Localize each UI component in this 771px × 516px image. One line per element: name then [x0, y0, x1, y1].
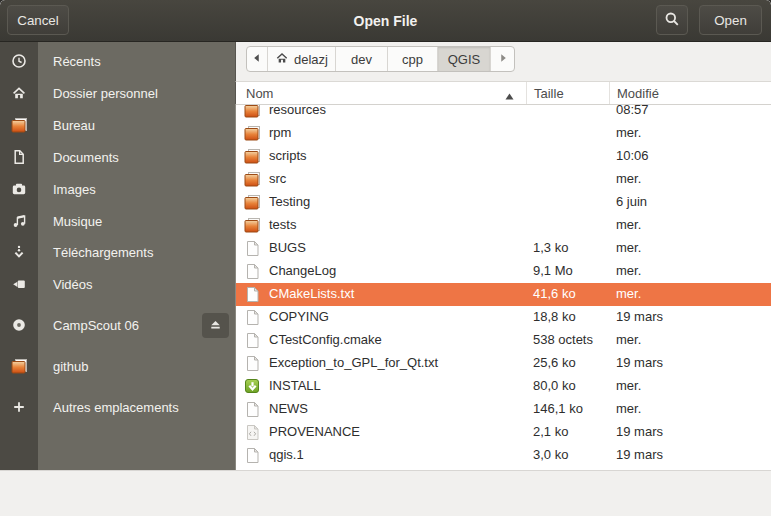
file-modified: mer. [616, 286, 641, 301]
file-size: 3,0 ko [533, 447, 568, 462]
path-segment-label: cpp [402, 52, 423, 67]
sidebar-item-label: Vidéos [53, 268, 93, 300]
file-modified: mer. [616, 217, 641, 232]
file-name: BUGS [269, 240, 306, 255]
file-modified: mer. [616, 263, 641, 278]
folder-icon [244, 194, 261, 211]
file-name: Exception_to_GPL_for_Qt.txt [269, 355, 438, 370]
path-segment-dev[interactable]: dev [335, 47, 387, 71]
folder-icon [11, 358, 27, 374]
search-icon [664, 11, 680, 30]
sidebar-item-label: github [53, 350, 88, 382]
file-list: resources08:57rpmmer.scripts10:06srcmer.… [235, 105, 771, 470]
table-row[interactable]: PROVENANCE2,1 ko19 mars [236, 421, 771, 444]
music-icon [11, 213, 27, 229]
plus-icon [11, 399, 27, 415]
table-row[interactable]: resources08:57 [236, 105, 771, 122]
header-bar: Cancel Open File Open [0, 0, 771, 42]
table-row[interactable]: Testing6 juin [236, 191, 771, 214]
sidebar-item-label: Bureau [53, 109, 95, 141]
file-size: 538 octets [533, 332, 593, 347]
document-icon [11, 149, 27, 165]
file-modified: mer. [616, 332, 641, 347]
file-name: qgis.1 [269, 447, 304, 462]
file-name: INSTALL [269, 378, 321, 393]
sidebar-item-bureau[interactable]: Bureau [0, 109, 235, 141]
install-icon [244, 378, 261, 395]
column-header-size[interactable]: Taille [534, 82, 564, 105]
column-divider [609, 82, 610, 104]
table-row[interactable]: CMakeLists.txt41,6 komer. [236, 283, 771, 306]
path-forward-button[interactable] [490, 47, 514, 71]
table-row[interactable]: COPYING18,8 ko19 mars [236, 306, 771, 329]
table-row[interactable]: testsmer. [236, 214, 771, 237]
folder-icon [244, 105, 261, 119]
file-name: CTestConfig.cmake [269, 332, 382, 347]
sidebar-item-autres-emplacements[interactable]: Autres emplacements [0, 391, 235, 423]
sidebar-item-musique[interactable]: Musique [0, 205, 235, 237]
file-modified: 6 juin [616, 194, 647, 209]
path-segment-label: dev [351, 52, 372, 67]
list-header: Nom Taille Modifié [235, 82, 771, 105]
folder-icon [11, 117, 27, 133]
sidebar-item-campscout-06[interactable]: CampScout 06 [0, 309, 235, 341]
camera-icon [11, 181, 27, 197]
path-back-button[interactable] [247, 47, 267, 71]
table-row[interactable]: NEWS146,1 komer. [236, 398, 771, 421]
home-icon [11, 85, 27, 101]
clock-icon [11, 53, 27, 69]
eject-button[interactable] [202, 313, 229, 338]
chevron-left-icon [250, 51, 264, 68]
open-file-dialog: Cancel Open File Open RécentsDossier per… [0, 0, 771, 516]
column-header-modified[interactable]: Modifié [617, 82, 659, 105]
file-icon [244, 286, 261, 303]
sidebar-item-t-l-chargements[interactable]: Téléchargements [0, 236, 235, 268]
folder-icon [244, 217, 261, 234]
file-modified: 08:57 [616, 105, 649, 117]
file-modified: mer. [616, 378, 641, 393]
table-row[interactable]: INSTALL80,0 komer. [236, 375, 771, 398]
path-segment-delazj[interactable]: delazj [267, 47, 335, 71]
sidebar-item-label: Images [53, 173, 96, 205]
file-modified: mer. [616, 125, 641, 140]
file-size: 146,1 ko [533, 401, 583, 416]
folder-icon [244, 148, 261, 165]
table-row[interactable]: BUGS1,3 komer. [236, 237, 771, 260]
sidebar-item-documents[interactable]: Documents [0, 141, 235, 173]
table-row[interactable]: ChangeLog9,1 Momer. [236, 260, 771, 283]
table-row[interactable]: qgis.13,0 ko19 mars [236, 444, 771, 467]
sidebar-item-github[interactable]: github [0, 350, 235, 382]
table-row[interactable]: Exception_to_GPL_for_Qt.txt25,6 ko19 mar… [236, 352, 771, 375]
table-row[interactable]: rpmmer. [236, 122, 771, 145]
table-row[interactable]: srcmer. [236, 168, 771, 191]
sidebar: RécentsDossier personnelBureauDocumentsI… [0, 42, 235, 470]
file-icon [244, 309, 261, 326]
eject-icon [208, 317, 223, 335]
path-segment-cpp[interactable]: cpp [387, 47, 437, 71]
file-name: Testing [269, 194, 310, 209]
table-row[interactable]: CTestConfig.cmake538 octetsmer. [236, 329, 771, 352]
sidebar-item-label: Téléchargements [53, 236, 153, 268]
sidebar-item-r-cents[interactable]: Récents [0, 45, 235, 77]
file-size: 80,0 ko [533, 378, 576, 393]
file-name: ChangeLog [269, 263, 336, 278]
file-name: tests [269, 217, 296, 232]
open-button[interactable]: Open [699, 5, 762, 35]
column-divider [526, 82, 527, 104]
file-name: NEWS [269, 401, 308, 416]
sidebar-item-label: Autres emplacements [53, 391, 179, 423]
path-segment-qgis[interactable]: QGIS [437, 47, 490, 71]
sidebar-item-images[interactable]: Images [0, 173, 235, 205]
column-header-name[interactable]: Nom [246, 82, 273, 105]
sidebar-item-dossier-personnel[interactable]: Dossier personnel [0, 77, 235, 109]
sort-ascending-icon [504, 89, 515, 104]
file-name: resources [269, 105, 326, 117]
file-icon [244, 240, 261, 257]
sidebar-item-vid-os[interactable]: Vidéos [0, 268, 235, 300]
table-row[interactable]: scripts10:06 [236, 145, 771, 168]
sidebar-item-label: Dossier personnel [53, 77, 158, 109]
sidebar-item-label: Documents [53, 141, 119, 173]
file-modified: 19 mars [616, 424, 663, 439]
home-icon [275, 51, 289, 68]
search-button[interactable] [656, 5, 688, 35]
